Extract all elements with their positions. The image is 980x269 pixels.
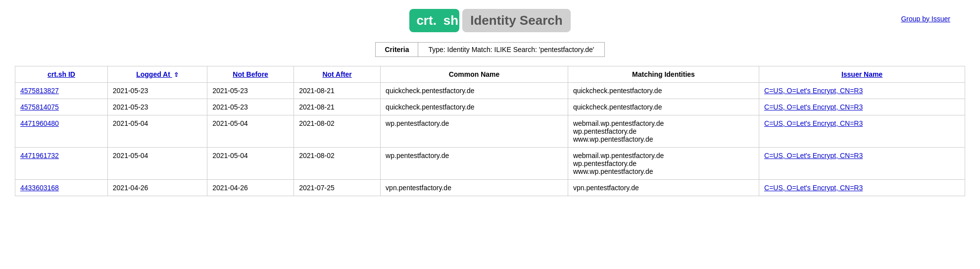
cell-not-after: 2021-08-21 xyxy=(294,99,381,115)
table-header: crt.sh ID Logged At ⇧ Not Before Not Aft… xyxy=(15,66,965,83)
logo-sh-text: sh xyxy=(443,9,459,32)
issuer-link[interactable]: C=US, O=Let's Encrypt, CN=R3 xyxy=(764,87,863,95)
col-id-link[interactable]: crt.sh ID xyxy=(48,70,75,78)
cell-matching-identities: quickcheck.pentestfactory.de xyxy=(568,99,759,115)
cert-id-link[interactable]: 4575814075 xyxy=(20,103,59,111)
cell-common-name: quickcheck.pentestfactory.de xyxy=(381,83,568,99)
cell-matching-identities: webmail.wp.pentestfactory.de wp.pentestf… xyxy=(568,115,759,148)
cell-logged-at: 2021-04-26 xyxy=(107,180,207,196)
cell-id: 4471961732 xyxy=(15,148,108,180)
col-header-common-name: Common Name xyxy=(381,66,568,83)
col-header-logged-at: Logged At ⇧ xyxy=(107,66,207,83)
logo-identity-text: Identity Search xyxy=(462,9,570,32)
issuer-link[interactable]: C=US, O=Let's Encrypt, CN=R3 xyxy=(764,184,863,192)
cell-not-after: 2021-08-21 xyxy=(294,83,381,99)
cell-not-before: 2021-05-23 xyxy=(207,99,294,115)
col-header-not-after: Not After xyxy=(294,66,381,83)
cell-id: 4575814075 xyxy=(15,99,108,115)
col-header-id: crt.sh ID xyxy=(15,66,108,83)
cell-logged-at: 2021-05-23 xyxy=(107,99,207,115)
sort-arrow-up: ⇧ xyxy=(174,71,179,78)
table-body: 45758138272021-05-232021-05-232021-08-21… xyxy=(15,83,965,196)
issuer-link[interactable]: C=US, O=Let's Encrypt, CN=R3 xyxy=(764,103,863,111)
cell-not-before: 2021-05-04 xyxy=(207,115,294,148)
cell-issuer-name: C=US, O=Let's Encrypt, CN=R3 xyxy=(759,148,965,180)
cert-id-link[interactable]: 4433603168 xyxy=(20,184,59,192)
table-row: 44719617322021-05-042021-05-042021-08-02… xyxy=(15,148,965,180)
cell-common-name: vpn.pentestfactory.de xyxy=(381,180,568,196)
cell-not-after: 2021-07-25 xyxy=(294,180,381,196)
logo-crt-text: crt. xyxy=(409,9,443,32)
cell-matching-identities: webmail.wp.pentestfactory.de wp.pentestf… xyxy=(568,148,759,180)
criteria-bar: Criteria Type: Identity Match: ILIKE Sea… xyxy=(0,37,980,66)
cell-id: 4471960480 xyxy=(15,115,108,148)
criteria-value: Type: Identity Match: ILIKE Search: 'pen… xyxy=(418,43,604,56)
results-table-container: crt.sh ID Logged At ⇧ Not Before Not Aft… xyxy=(0,66,980,196)
cell-logged-at: 2021-05-04 xyxy=(107,148,207,180)
col-header-issuer-name: Issuer Name xyxy=(759,66,965,83)
cert-id-link[interactable]: 4575813827 xyxy=(20,87,59,95)
col-logged-at-link[interactable]: Logged At ⇧ xyxy=(136,70,179,78)
cell-issuer-name: C=US, O=Let's Encrypt, CN=R3 xyxy=(759,99,965,115)
col-not-before-link[interactable]: Not Before xyxy=(233,70,268,78)
cell-not-after: 2021-08-02 xyxy=(294,148,381,180)
col-header-not-before: Not Before xyxy=(207,66,294,83)
cell-id: 4575813827 xyxy=(15,83,108,99)
cert-id-link[interactable]: 4471961732 xyxy=(20,152,59,160)
criteria-box: Criteria Type: Identity Match: ILIKE Sea… xyxy=(375,42,604,57)
cell-matching-identities: vpn.pentestfactory.de xyxy=(568,180,759,196)
cell-matching-identities: quickcheck.pentestfactory.de xyxy=(568,83,759,99)
cell-common-name: wp.pentestfactory.de xyxy=(381,115,568,148)
cell-common-name: quickcheck.pentestfactory.de xyxy=(381,99,568,115)
col-not-after-link[interactable]: Not After xyxy=(322,70,351,78)
col-header-matching-identities: Matching Identities xyxy=(568,66,759,83)
group-by-issuer-link[interactable]: Group by Issuer xyxy=(901,15,950,23)
col-issuer-name-link[interactable]: Issuer Name xyxy=(841,70,882,78)
table-row: 44719604802021-05-042021-05-042021-08-02… xyxy=(15,115,965,148)
table-row: 45758138272021-05-232021-05-232021-08-21… xyxy=(15,83,965,99)
criteria-label: Criteria xyxy=(376,43,418,56)
cert-id-link[interactable]: 4471960480 xyxy=(20,119,59,127)
cell-issuer-name: C=US, O=Let's Encrypt, CN=R3 xyxy=(759,180,965,196)
issuer-link[interactable]: C=US, O=Let's Encrypt, CN=R3 xyxy=(764,152,863,160)
cell-not-before: 2021-04-26 xyxy=(207,180,294,196)
issuer-link[interactable]: C=US, O=Let's Encrypt, CN=R3 xyxy=(764,119,863,127)
cell-not-after: 2021-08-02 xyxy=(294,115,381,148)
cell-common-name: wp.pentestfactory.de xyxy=(381,148,568,180)
cell-not-before: 2021-05-23 xyxy=(207,83,294,99)
cell-logged-at: 2021-05-04 xyxy=(107,115,207,148)
logo: crt.sh Identity Search xyxy=(409,9,570,32)
cell-logged-at: 2021-05-23 xyxy=(107,83,207,99)
cell-issuer-name: C=US, O=Let's Encrypt, CN=R3 xyxy=(759,83,965,99)
results-table: crt.sh ID Logged At ⇧ Not Before Not Aft… xyxy=(15,66,965,196)
cell-id: 4433603168 xyxy=(15,180,108,196)
table-row: 44336031682021-04-262021-04-262021-07-25… xyxy=(15,180,965,196)
table-row: 45758140752021-05-232021-05-232021-08-21… xyxy=(15,99,965,115)
header: crt.sh Identity Search Group by Issuer xyxy=(0,0,980,37)
cell-issuer-name: C=US, O=Let's Encrypt, CN=R3 xyxy=(759,115,965,148)
cell-not-before: 2021-05-04 xyxy=(207,148,294,180)
